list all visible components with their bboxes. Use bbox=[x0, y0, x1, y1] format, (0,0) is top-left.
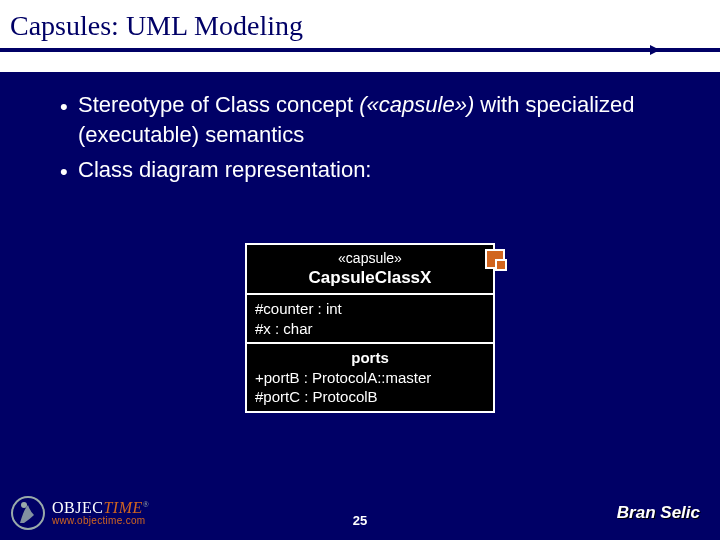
uml-port: +portB : ProtocolA::master bbox=[255, 368, 485, 388]
logo-url: www.objectime.com bbox=[52, 516, 149, 526]
white-band bbox=[0, 52, 720, 72]
bullet-text: Class diagram representation: bbox=[78, 157, 371, 182]
logo-mark-icon bbox=[10, 495, 46, 531]
uml-attributes-compartment: #counter : int #x : char bbox=[245, 295, 495, 344]
logo-brand: OBJECTIME® bbox=[52, 500, 149, 516]
author-name: Bran Selic bbox=[617, 503, 700, 523]
bullet-dot-icon: • bbox=[60, 155, 78, 187]
title-underline bbox=[0, 48, 720, 52]
bullet-dot-icon: • bbox=[60, 90, 78, 122]
bullet-text: Stereotype of Class concept bbox=[78, 92, 359, 117]
uml-ports-label: ports bbox=[255, 348, 485, 368]
uml-attribute: #counter : int bbox=[255, 299, 485, 319]
uml-stereotype: «capsule» bbox=[255, 249, 485, 267]
uml-attribute: #x : char bbox=[255, 319, 485, 339]
logo: OBJECTIME® www.objectime.com bbox=[10, 495, 149, 531]
page-number: 25 bbox=[353, 513, 367, 528]
bullet-item: • Stereotype of Class concept («capsule»… bbox=[60, 90, 680, 149]
uml-port: #portC : ProtocolB bbox=[255, 387, 485, 407]
uml-ports-compartment: ports +portB : ProtocolA::master #portC … bbox=[245, 344, 495, 413]
svg-point-1 bbox=[21, 502, 27, 508]
bullet-list: • Stereotype of Class concept («capsule»… bbox=[60, 90, 680, 187]
bullet-item: • Class diagram representation: bbox=[60, 155, 680, 187]
slide-title: Capsules: UML Modeling bbox=[10, 10, 710, 42]
uml-class-box: «capsule» CapsuleClassX #counter : int #… bbox=[245, 243, 495, 413]
arrow-right-icon bbox=[650, 45, 660, 55]
port-icon bbox=[485, 249, 505, 269]
slide-footer: OBJECTIME® www.objectime.com 25 Bran Sel… bbox=[0, 486, 720, 540]
bullet-emphasis: («capsule») bbox=[359, 92, 480, 117]
uml-class-name: CapsuleClassX bbox=[255, 267, 485, 289]
uml-name-compartment: «capsule» CapsuleClassX bbox=[245, 243, 495, 295]
